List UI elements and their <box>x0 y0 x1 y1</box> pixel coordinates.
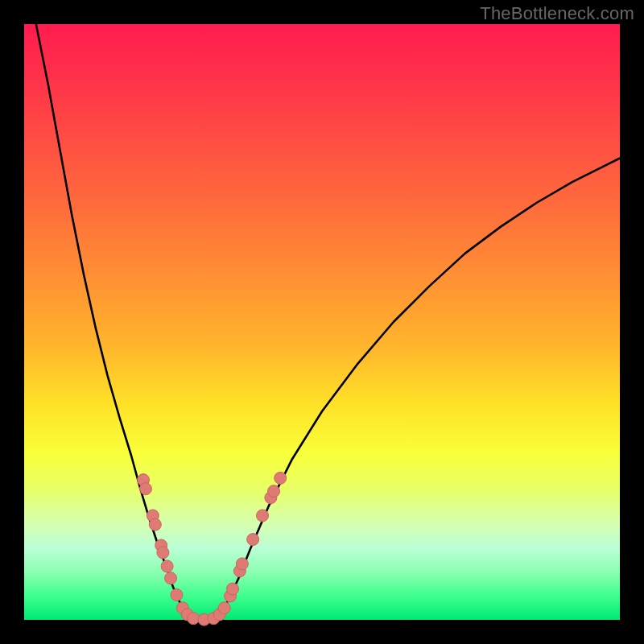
curve-marker <box>236 558 248 570</box>
plot-area <box>24 24 620 620</box>
curve-marker <box>227 583 239 595</box>
curve-marker <box>149 518 161 530</box>
bottleneck-curve-svg <box>24 24 620 620</box>
curve-marker <box>157 547 169 559</box>
curve-marker <box>247 534 259 546</box>
curve-marker <box>161 560 173 572</box>
curve-marker <box>268 485 280 497</box>
watermark-text: TheBottleneck.com <box>480 3 634 24</box>
bottleneck-curve <box>36 24 620 620</box>
curve-marker <box>275 472 287 484</box>
chart-frame: TheBottleneck.com <box>0 0 644 644</box>
curve-marker <box>139 483 151 495</box>
curve-marker <box>165 572 177 584</box>
curve-marker <box>257 510 269 522</box>
curve-marker <box>171 588 183 601</box>
curve-marker <box>188 613 200 625</box>
curve-marker-group <box>138 472 287 625</box>
curve-marker <box>218 602 230 614</box>
